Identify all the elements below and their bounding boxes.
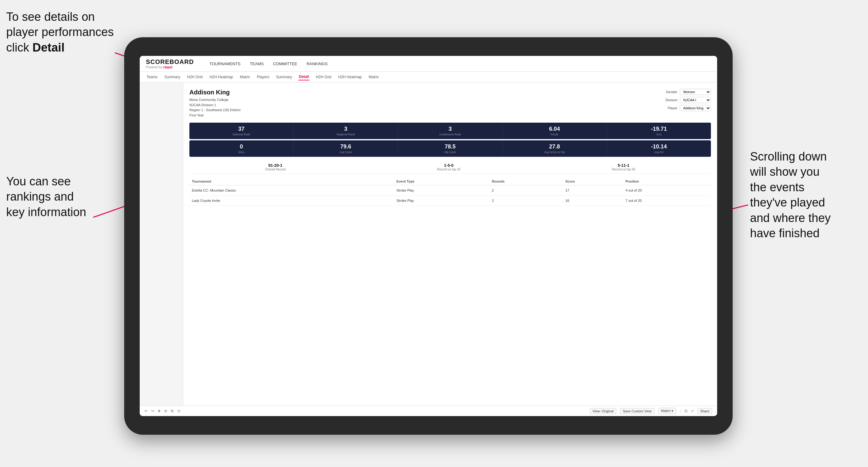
main-content: Addison King Mesa Community College NJCA… — [140, 83, 717, 406]
toolbar-icon4[interactable]: ◷ — [177, 409, 180, 413]
subnav-h2hgrid2[interactable]: H2H Grid — [315, 74, 332, 80]
col-score: Score — [563, 178, 623, 185]
logo-scoreboard: SCOREBOARD — [146, 58, 194, 65]
player-year: First Year — [189, 113, 240, 118]
nav-teams[interactable]: TEAMS — [250, 60, 264, 67]
toolbar-expand-icon[interactable]: ⤢ — [691, 409, 694, 413]
stat-conference-rank: 3 Conference Rank — [398, 123, 502, 139]
division-label: Division — [665, 98, 677, 102]
player-select[interactable]: Addison King — [680, 105, 711, 111]
toolbar-watch[interactable]: Watch ▾ — [658, 408, 676, 414]
stats-row-1: 37 National Rank 3 Regional Rank 3 Confe… — [189, 123, 711, 139]
cell-rounds: 2 — [489, 196, 563, 206]
toolbar-share[interactable]: Share — [698, 408, 712, 414]
col-event-type: Event Type — [394, 178, 489, 185]
table-row: Estella CC- Mountain Classic Stroke Play… — [189, 185, 711, 196]
subnav-matrix2[interactable]: Matrix — [368, 74, 380, 80]
subnav-h2hheatmap2[interactable]: H2H Heatmap — [337, 74, 362, 80]
stat-points: 6.04 Points — [503, 123, 607, 139]
division-select[interactable]: NJCAA I — [680, 97, 711, 103]
nav-rankings[interactable]: RANKINGS — [306, 60, 328, 67]
col-rounds: Rounds — [489, 178, 563, 185]
cell-position: 7 out of 20 — [623, 196, 711, 206]
table-header-row: Tournament Event Type Rounds Score Posit… — [189, 178, 711, 185]
nav-committee[interactable]: COMMITTEE — [273, 60, 297, 67]
player-header: Addison King Mesa Community College NJCA… — [189, 89, 711, 118]
gender-select[interactable]: Women — [680, 89, 711, 95]
toolbar-icon2[interactable]: ⊖ — [164, 409, 167, 413]
player-name: Addison King — [189, 89, 240, 96]
cell-rounds: 2 — [489, 185, 563, 196]
stat-sos: -19.71 SoS — [607, 123, 711, 139]
subnav-h2hheatmap1[interactable]: H2H Heatmap — [209, 74, 234, 80]
subnav-matrix1[interactable]: Matrix — [239, 74, 251, 80]
left-sidebar — [140, 83, 183, 406]
subnav-players[interactable]: Players — [256, 74, 270, 80]
gender-label: Gender — [666, 90, 677, 94]
cell-tournament: Lady Coyote Invite — [189, 196, 394, 206]
cell-score: 17 — [563, 185, 623, 196]
nav-tournaments[interactable]: TOURNAMENTS — [209, 60, 240, 67]
logo-powered: Powered by clippd — [146, 65, 194, 69]
toolbar-redo-icon[interactable]: ↪ — [151, 409, 154, 413]
stat-national-rank: 37 National Rank — [189, 123, 294, 139]
player-info: Addison King Mesa Community College NJCA… — [189, 89, 240, 118]
bottom-toolbar: ↩ ↪ ⊕ ⊖ ⊟ ◷ View: Original Save Custom V… — [140, 406, 717, 416]
toolbar-save-custom[interactable]: Save Custom View — [620, 408, 654, 414]
player-filters: Gender Women Division NJCAA I — [665, 89, 711, 118]
cell-score: 16 — [563, 196, 623, 206]
subnav-h2hgrid1[interactable]: H2H Grid — [187, 74, 203, 80]
toolbar-view-original[interactable]: View: Original — [590, 408, 617, 414]
records-row: 91-20-1 Overall Record 1-5-0 Record vs t… — [189, 160, 711, 174]
toolbar-icon1[interactable]: ⊕ — [158, 409, 160, 413]
stats-row-2: 0 Wins 79.6 Avg Score 78.5 Adj Score 27.… — [189, 141, 711, 157]
subnav-detail[interactable]: Detail — [298, 73, 310, 81]
toolbar-separator: | — [680, 409, 681, 413]
table-row: Lady Coyote Invite Stroke Play 2 16 7 ou… — [189, 196, 711, 206]
logo-area: SCOREBOARD Powered by clippd — [146, 58, 194, 69]
tablet-screen: SCOREBOARD Powered by clippd TOURNAMENTS… — [140, 56, 717, 416]
annotation-bottom-left: You can see rankings and key information — [6, 174, 118, 220]
top-nav: SCOREBOARD Powered by clippd TOURNAMENTS… — [140, 56, 717, 72]
filter-division-row: Division NJCAA I — [665, 97, 711, 103]
col-position: Position — [623, 178, 711, 185]
sub-nav: Teams Summary H2H Grid H2H Heatmap Matri… — [140, 72, 717, 83]
tournaments-table: Tournament Event Type Rounds Score Posit… — [189, 178, 711, 206]
record-overall: 91-20-1 Overall Record — [265, 163, 286, 171]
cell-event-type: Stroke Play — [394, 185, 489, 196]
subnav-teams[interactable]: Teams — [146, 74, 158, 80]
subnav-summary1[interactable]: Summary — [164, 74, 181, 80]
filter-player-row: Player Addison King — [668, 105, 711, 111]
stat-avg-score: 79.6 Avg Score — [294, 141, 398, 157]
annotation-right: Scrolling down will show you the events … — [750, 149, 862, 241]
subnav-summary2[interactable]: Summary — [275, 74, 292, 80]
record-top25: 1-5-0 Record vs top 25 — [437, 163, 461, 171]
stat-wins: 0 Wins — [189, 141, 294, 157]
stat-avg-sg: -10.14 Avg SG — [607, 141, 711, 157]
stat-adj-score: 78.5 Adj Score — [398, 141, 502, 157]
toolbar-icon3[interactable]: ⊟ — [171, 409, 174, 413]
player-division: NJCAA Division 1 — [189, 102, 240, 108]
annotation-top-left: To see details on player performances cl… — [6, 9, 124, 55]
stat-avg-score-to-par: 27.8 Avg Score to Par — [503, 141, 607, 157]
toolbar-undo-icon[interactable]: ↩ — [145, 409, 148, 413]
stat-regional-rank: 3 Regional Rank — [294, 123, 398, 139]
cell-event-type: Stroke Play — [394, 196, 489, 206]
player-region: Region 1 - Southwest (18) District — [189, 107, 240, 113]
record-top50: 5-11-1 Record vs top 50 — [612, 163, 636, 171]
col-tournament: Tournament — [189, 178, 394, 185]
cell-position: 4 out of 20 — [623, 185, 711, 196]
filter-gender-row: Gender Women — [666, 89, 711, 95]
content-panel: Addison King Mesa Community College NJCA… — [183, 83, 717, 406]
cell-tournament: Estella CC- Mountain Classic — [189, 185, 394, 196]
player-college: Mesa Community College — [189, 97, 240, 102]
tablet-frame: SCOREBOARD Powered by clippd TOURNAMENTS… — [124, 37, 733, 435]
player-label: Player — [668, 106, 677, 110]
toolbar-screen-icon[interactable]: ⊡ — [685, 409, 687, 413]
